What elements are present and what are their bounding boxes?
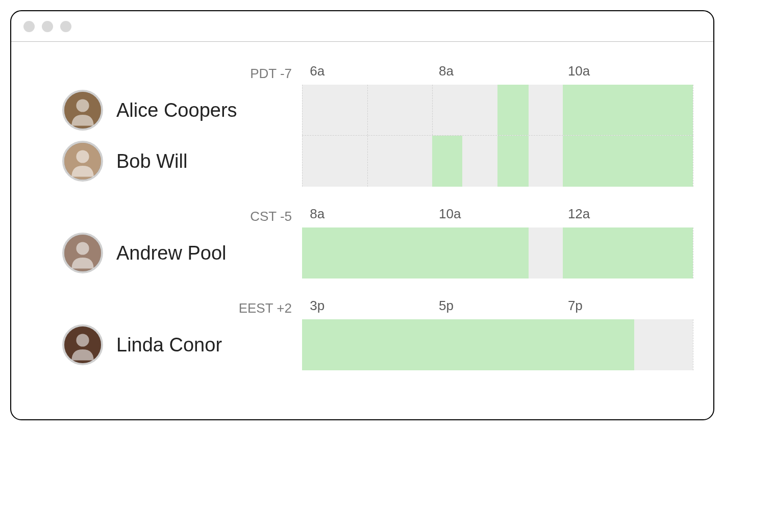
svg-point-7 xyxy=(76,334,89,346)
avatar[interactable] xyxy=(62,324,103,365)
availability-panel: PDT -76a8a10aAlice CoopersBob WillCST -5… xyxy=(11,42,713,419)
svg-point-5 xyxy=(76,242,89,255)
time-tick: 3p xyxy=(310,298,325,314)
titlebar xyxy=(11,11,713,42)
avatar[interactable] xyxy=(62,90,103,131)
timezone-label: EEST +2 xyxy=(62,297,302,319)
time-tick: 8a xyxy=(310,206,325,222)
gridline xyxy=(693,319,693,370)
time-tick: 7p xyxy=(568,298,583,314)
time-tick: 10a xyxy=(568,63,590,79)
gridline xyxy=(693,85,693,135)
timezone-group: EEST +23p5p7pLinda Conor xyxy=(62,297,693,370)
time-tick: 12a xyxy=(568,206,590,222)
person-row[interactable]: Andrew Pool xyxy=(62,227,302,278)
person-name: Andrew Pool xyxy=(116,242,226,264)
person-row[interactable]: Linda Conor xyxy=(62,319,302,370)
time-tick: 8a xyxy=(439,63,454,79)
timezone-group: PDT -76a8a10aAlice CoopersBob Will xyxy=(62,62,693,187)
timezone-label: CST -5 xyxy=(62,205,302,227)
person-row[interactable]: Bob Will xyxy=(62,136,302,187)
time-tick: 10a xyxy=(439,206,461,222)
time-axis: 6a8a10a xyxy=(302,62,693,85)
svg-point-1 xyxy=(76,99,89,112)
window-control-minimize[interactable] xyxy=(42,21,53,32)
person-name: Linda Conor xyxy=(116,334,222,356)
window-control-zoom[interactable] xyxy=(60,21,71,32)
person-name: Bob Will xyxy=(116,150,187,172)
time-axis: 8a10a12a xyxy=(302,205,693,227)
timezone-label: PDT -7 xyxy=(62,62,302,85)
avatar[interactable] xyxy=(62,141,103,182)
time-tick: 6a xyxy=(310,63,325,79)
person-name: Alice Coopers xyxy=(116,99,237,121)
person-row[interactable]: Alice Coopers xyxy=(62,85,302,136)
svg-point-3 xyxy=(76,150,89,163)
avatar[interactable] xyxy=(62,233,103,273)
time-axis: 3p5p7p xyxy=(302,297,693,319)
gridline xyxy=(693,227,693,278)
time-tick: 5p xyxy=(439,298,454,314)
timezone-group: CST -58a10a12aAndrew Pool xyxy=(62,205,693,278)
app-window: PDT -76a8a10aAlice CoopersBob WillCST -5… xyxy=(10,10,714,420)
gridline xyxy=(693,136,693,187)
window-control-close[interactable] xyxy=(23,21,35,32)
